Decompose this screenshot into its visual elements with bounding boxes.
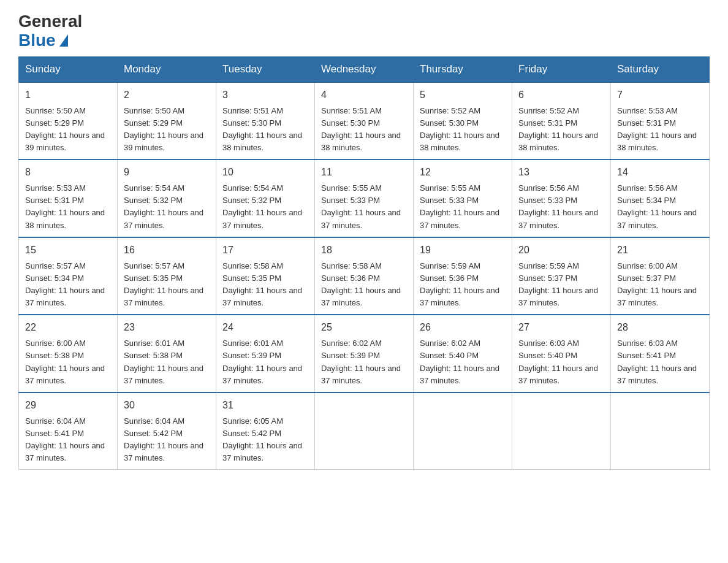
week-row-2: 8Sunrise: 5:53 AMSunset: 5:31 PMDaylight… [19, 159, 710, 237]
day-info: Sunrise: 5:53 AMSunset: 5:31 PMDaylight:… [617, 105, 703, 155]
day-info: Sunrise: 6:00 AMSunset: 5:37 PMDaylight:… [617, 260, 703, 310]
day-info: Sunrise: 5:54 AMSunset: 5:32 PMDaylight:… [124, 182, 210, 232]
day-cell-6: 6Sunrise: 5:52 AMSunset: 5:31 PMDaylight… [512, 82, 611, 160]
weekday-header-sunday: Sunday [19, 56, 118, 82]
day-cell-7: 7Sunrise: 5:53 AMSunset: 5:31 PMDaylight… [611, 82, 710, 160]
weekday-header-row: SundayMondayTuesdayWednesdayThursdayFrid… [19, 56, 710, 82]
day-cell-31: 31Sunrise: 6:05 AMSunset: 5:42 PMDayligh… [216, 393, 315, 470]
day-info: Sunrise: 6:00 AMSunset: 5:38 PMDaylight:… [25, 337, 111, 387]
day-number: 4 [321, 88, 407, 102]
day-number: 7 [617, 88, 703, 102]
day-number: 14 [617, 165, 703, 180]
day-number: 16 [124, 243, 210, 258]
day-info: Sunrise: 5:50 AMSunset: 5:29 PMDaylight:… [25, 105, 111, 155]
day-number: 17 [222, 243, 308, 258]
page-header: General Blue [18, 12, 710, 50]
day-info: Sunrise: 6:05 AMSunset: 5:42 PMDaylight:… [222, 415, 308, 465]
day-info: Sunrise: 6:01 AMSunset: 5:39 PMDaylight:… [222, 337, 308, 387]
day-info: Sunrise: 6:03 AMSunset: 5:41 PMDaylight:… [617, 337, 703, 387]
empty-cell [512, 393, 611, 470]
day-number: 8 [25, 165, 111, 180]
day-cell-29: 29Sunrise: 6:04 AMSunset: 5:41 PMDayligh… [19, 393, 118, 470]
day-cell-24: 24Sunrise: 6:01 AMSunset: 5:39 PMDayligh… [216, 315, 315, 393]
day-info: Sunrise: 6:02 AMSunset: 5:39 PMDaylight:… [321, 337, 407, 387]
day-number: 3 [222, 88, 308, 102]
day-cell-3: 3Sunrise: 5:51 AMSunset: 5:30 PMDaylight… [216, 82, 315, 160]
day-number: 31 [222, 398, 308, 413]
weekday-header-thursday: Thursday [414, 56, 512, 82]
day-cell-18: 18Sunrise: 5:58 AMSunset: 5:36 PMDayligh… [315, 237, 414, 315]
day-info: Sunrise: 5:51 AMSunset: 5:30 PMDaylight:… [321, 105, 407, 155]
day-cell-12: 12Sunrise: 5:55 AMSunset: 5:33 PMDayligh… [414, 159, 512, 237]
day-cell-9: 9Sunrise: 5:54 AMSunset: 5:32 PMDaylight… [118, 159, 216, 237]
day-number: 13 [518, 165, 604, 180]
day-number: 15 [25, 243, 111, 258]
day-number: 11 [321, 165, 407, 180]
day-cell-8: 8Sunrise: 5:53 AMSunset: 5:31 PMDaylight… [19, 159, 118, 237]
day-number: 27 [518, 320, 604, 335]
day-cell-15: 15Sunrise: 5:57 AMSunset: 5:34 PMDayligh… [19, 237, 118, 315]
day-number: 21 [617, 243, 703, 258]
day-info: Sunrise: 5:55 AMSunset: 5:33 PMDaylight:… [420, 182, 506, 232]
day-cell-17: 17Sunrise: 5:58 AMSunset: 5:35 PMDayligh… [216, 237, 315, 315]
day-info: Sunrise: 5:52 AMSunset: 5:30 PMDaylight:… [420, 105, 506, 155]
day-info: Sunrise: 6:02 AMSunset: 5:40 PMDaylight:… [420, 337, 506, 387]
day-cell-2: 2Sunrise: 5:50 AMSunset: 5:29 PMDaylight… [118, 82, 216, 160]
day-info: Sunrise: 5:51 AMSunset: 5:30 PMDaylight:… [222, 105, 308, 155]
day-cell-22: 22Sunrise: 6:00 AMSunset: 5:38 PMDayligh… [19, 315, 118, 393]
day-info: Sunrise: 5:56 AMSunset: 5:33 PMDaylight:… [518, 182, 604, 232]
empty-cell [611, 393, 710, 470]
weekday-header-wednesday: Wednesday [315, 56, 414, 82]
day-number: 1 [25, 88, 111, 102]
day-number: 9 [124, 165, 210, 180]
day-info: Sunrise: 5:53 AMSunset: 5:31 PMDaylight:… [25, 182, 111, 232]
day-info: Sunrise: 6:04 AMSunset: 5:41 PMDaylight:… [25, 415, 111, 465]
day-info: Sunrise: 5:56 AMSunset: 5:34 PMDaylight:… [617, 182, 703, 232]
week-row-3: 15Sunrise: 5:57 AMSunset: 5:34 PMDayligh… [19, 237, 710, 315]
day-cell-23: 23Sunrise: 6:01 AMSunset: 5:38 PMDayligh… [118, 315, 216, 393]
weekday-header-tuesday: Tuesday [216, 56, 315, 82]
day-number: 22 [25, 320, 111, 335]
day-cell-30: 30Sunrise: 6:04 AMSunset: 5:42 PMDayligh… [118, 393, 216, 470]
day-number: 6 [518, 88, 604, 102]
day-number: 30 [124, 398, 210, 413]
logo-triangle-icon [59, 34, 68, 47]
day-cell-11: 11Sunrise: 5:55 AMSunset: 5:33 PMDayligh… [315, 159, 414, 237]
day-info: Sunrise: 5:57 AMSunset: 5:35 PMDaylight:… [124, 260, 210, 310]
day-cell-1: 1Sunrise: 5:50 AMSunset: 5:29 PMDaylight… [19, 82, 118, 160]
day-info: Sunrise: 5:59 AMSunset: 5:37 PMDaylight:… [518, 260, 604, 310]
day-info: Sunrise: 5:54 AMSunset: 5:32 PMDaylight:… [222, 182, 308, 232]
day-info: Sunrise: 5:58 AMSunset: 5:35 PMDaylight:… [222, 260, 308, 310]
logo: General Blue [18, 12, 82, 50]
day-info: Sunrise: 6:04 AMSunset: 5:42 PMDaylight:… [124, 415, 210, 465]
day-cell-13: 13Sunrise: 5:56 AMSunset: 5:33 PMDayligh… [512, 159, 611, 237]
week-row-4: 22Sunrise: 6:00 AMSunset: 5:38 PMDayligh… [19, 315, 710, 393]
day-info: Sunrise: 5:58 AMSunset: 5:36 PMDaylight:… [321, 260, 407, 310]
day-cell-21: 21Sunrise: 6:00 AMSunset: 5:37 PMDayligh… [611, 237, 710, 315]
day-number: 24 [222, 320, 308, 335]
week-row-1: 1Sunrise: 5:50 AMSunset: 5:29 PMDaylight… [19, 82, 710, 160]
day-cell-16: 16Sunrise: 5:57 AMSunset: 5:35 PMDayligh… [118, 237, 216, 315]
day-number: 28 [617, 320, 703, 335]
day-info: Sunrise: 5:55 AMSunset: 5:33 PMDaylight:… [321, 182, 407, 232]
day-number: 23 [124, 320, 210, 335]
day-cell-27: 27Sunrise: 6:03 AMSunset: 5:40 PMDayligh… [512, 315, 611, 393]
calendar-table: SundayMondayTuesdayWednesdayThursdayFrid… [18, 56, 710, 470]
day-info: Sunrise: 6:01 AMSunset: 5:38 PMDaylight:… [124, 337, 210, 387]
empty-cell [315, 393, 414, 470]
day-cell-5: 5Sunrise: 5:52 AMSunset: 5:30 PMDaylight… [414, 82, 512, 160]
day-number: 19 [420, 243, 506, 258]
day-cell-10: 10Sunrise: 5:54 AMSunset: 5:32 PMDayligh… [216, 159, 315, 237]
week-row-5: 29Sunrise: 6:04 AMSunset: 5:41 PMDayligh… [19, 393, 710, 470]
logo-blue-text: Blue [18, 31, 68, 50]
logo-general-text: General [18, 12, 82, 31]
day-cell-28: 28Sunrise: 6:03 AMSunset: 5:41 PMDayligh… [611, 315, 710, 393]
day-number: 29 [25, 398, 111, 413]
day-info: Sunrise: 5:59 AMSunset: 5:36 PMDaylight:… [420, 260, 506, 310]
day-number: 18 [321, 243, 407, 258]
day-info: Sunrise: 5:50 AMSunset: 5:29 PMDaylight:… [124, 105, 210, 155]
day-number: 5 [420, 88, 506, 102]
day-cell-25: 25Sunrise: 6:02 AMSunset: 5:39 PMDayligh… [315, 315, 414, 393]
day-info: Sunrise: 5:57 AMSunset: 5:34 PMDaylight:… [25, 260, 111, 310]
day-number: 25 [321, 320, 407, 335]
